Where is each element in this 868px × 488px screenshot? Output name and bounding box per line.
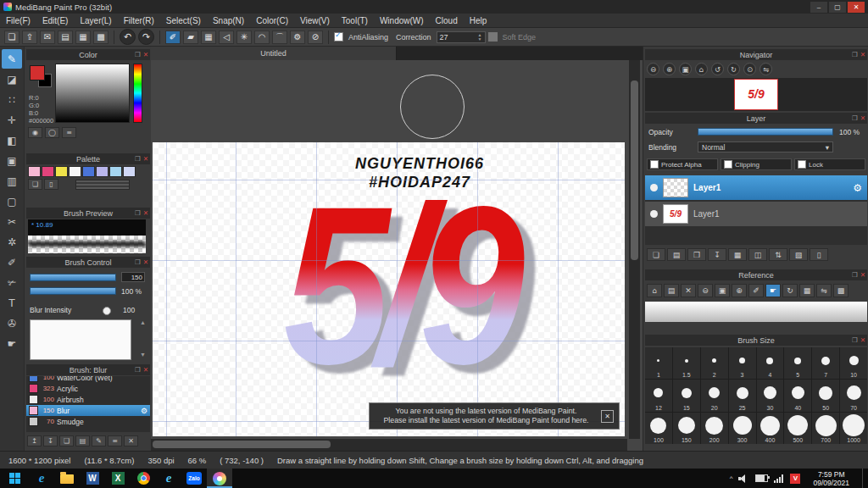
start-button[interactable] [0, 469, 29, 488]
spinner-icons[interactable]: ▲ ▼ [478, 33, 482, 42]
layer-settings-icon[interactable]: ⚙ [853, 182, 862, 194]
protect-alpha-checkbox[interactable] [650, 160, 659, 169]
brush-size-cell[interactable]: 12 [645, 380, 672, 411]
tab-untitled[interactable]: Untitled [151, 47, 397, 60]
snap-settings-icon[interactable]: ⚙ [290, 30, 305, 44]
soft-edge-checkbox[interactable] [488, 32, 498, 42]
ref-eyedropper-icon[interactable]: ✐ [748, 284, 764, 297]
palette-swatch[interactable] [109, 166, 122, 177]
vertical-scrollbar-thumb[interactable] [631, 80, 638, 260]
lock-checkbox[interactable] [798, 160, 806, 169]
brush-size-cell[interactable]: 2 [701, 347, 728, 379]
brush-size-cell[interactable]: 4 [757, 347, 784, 379]
palette-icon[interactable]: ▤ [58, 30, 73, 44]
brush-size-cell[interactable]: 400 [757, 413, 784, 444]
brush-list-item[interactable]: 70Smudge [26, 416, 150, 427]
scroll-down-icon[interactable]: ▼ [140, 352, 146, 358]
notice-line2[interactable]: Please install the latest version of Med… [375, 416, 598, 425]
ref-close-icon[interactable]: ✕ [681, 284, 696, 297]
delete-brush-icon[interactable]: ✕ [124, 435, 138, 446]
redo-icon[interactable]: ↷ [138, 29, 154, 45]
palette-swatch[interactable] [28, 166, 41, 177]
snap-grid-icon[interactable]: ▦ [201, 30, 216, 44]
brush-size-cell[interactable]: 1 [645, 347, 672, 379]
explorer-taskbar-icon[interactable] [54, 469, 80, 488]
show-desktop-button[interactable] [862, 469, 866, 488]
popout-icon[interactable]: ❐ [135, 258, 141, 266]
ref-fit-icon[interactable]: ▣ [715, 284, 730, 297]
menu-filterr[interactable]: Filter(R) [118, 14, 160, 27]
layer-visibility-icon[interactable] [650, 184, 658, 191]
clipping-checkbox[interactable] [724, 160, 732, 169]
canvas[interactable]: NGUYENTHOI66 #HOIDAP247 5/9 5/9 [153, 142, 625, 436]
horizontal-scrollbar-thumb[interactable] [153, 441, 331, 448]
brush-menu-icon[interactable]: ≡ [108, 435, 122, 446]
close-icon[interactable]: ✕ [143, 258, 148, 266]
snap-angle-icon[interactable]: ◁ [219, 30, 234, 44]
close-button[interactable]: ✕ [848, 2, 865, 13]
lasso-tool[interactable]: ✂ [2, 212, 22, 231]
brush-size-cell[interactable]: 7 [812, 347, 839, 379]
protect-alpha-toggle[interactable]: Protect Alpha [647, 158, 718, 170]
menu-layerl[interactable]: Layer(L) [74, 14, 117, 27]
snap-radial-icon[interactable]: ✳ [236, 30, 252, 44]
blur-intensity-knob[interactable] [103, 307, 111, 315]
antialiasing-checkbox[interactable]: ✓ [334, 32, 343, 42]
battery-icon[interactable] [755, 474, 768, 482]
menu-windoww[interactable]: Window(W) [374, 14, 430, 27]
ref-rotate-icon[interactable]: ↻ [782, 284, 798, 297]
brush-size-cell[interactable]: 200 [701, 413, 728, 444]
popout-icon[interactable]: ❐ [135, 209, 141, 217]
close-icon[interactable]: ✕ [143, 51, 148, 58]
zalo-taskbar-icon[interactable]: Zalo [181, 469, 207, 488]
hand-tool[interactable]: ☛ [2, 334, 22, 353]
close-icon[interactable]: ✕ [143, 155, 148, 163]
layer-mask-icon[interactable]: ◫ [748, 248, 767, 261]
brush-size-cell[interactable]: 500 [784, 413, 811, 444]
ref-zoom-out-icon[interactable]: ⊖ [698, 284, 713, 297]
medibang-taskbar-icon[interactable] [207, 469, 232, 488]
brush-settings-icon[interactable]: ⚙ [141, 407, 147, 415]
snap-circle-icon[interactable]: ◠ [254, 30, 270, 44]
edit-brush-icon[interactable]: ✎ [92, 435, 106, 446]
close-icon[interactable]: ✕ [860, 336, 865, 344]
brush-size-slider[interactable] [30, 274, 116, 281]
ie-taskbar-icon[interactable]: e [156, 469, 181, 488]
lock-toggle[interactable]: Lock [794, 158, 865, 170]
palette-swatch[interactable] [42, 166, 54, 177]
menu-cloud[interactable]: Cloud [430, 14, 464, 27]
bucket-tool[interactable]: ▣ [2, 151, 22, 170]
ref-flip-icon[interactable]: ⇋ [816, 284, 832, 297]
move-tool[interactable]: ✛ [2, 110, 22, 130]
new-folder-icon[interactable]: ▤ [667, 248, 686, 261]
delete-color-icon[interactable]: ▯ [44, 179, 58, 190]
palette-swatch[interactable] [55, 166, 68, 177]
minimize-button[interactable]: – [810, 2, 827, 13]
fill-tool[interactable]: ◧ [2, 130, 22, 150]
brush-size-cell[interactable]: 5 [784, 347, 811, 379]
rotate-left-icon[interactable]: ↺ [711, 63, 724, 75]
snap-pen-icon[interactable]: ✐ [165, 30, 181, 44]
brush-size-cell[interactable]: 30 [757, 380, 784, 411]
spin-down-icon[interactable]: ▼ [478, 37, 482, 42]
delete-layer-icon[interactable]: ▯ [810, 248, 828, 261]
snap-curve-icon[interactable]: ⌒ [272, 30, 287, 44]
brush-size-cell[interactable]: 1000 [840, 413, 867, 444]
new-layer-icon[interactable]: ❏ [647, 248, 665, 261]
window-icon[interactable]: ❏ [4, 30, 19, 44]
material-icon[interactable]: ▩ [93, 30, 108, 44]
dot-tool[interactable]: ∷ [2, 90, 22, 109]
brush-tool[interactable]: ✎ [2, 49, 22, 69]
palette-swatch[interactable] [123, 166, 136, 177]
layer-visibility-icon[interactable] [650, 210, 658, 218]
foreground-color-icon[interactable]: ◉ [28, 127, 42, 138]
brush-size-cell[interactable]: 10 [840, 347, 867, 379]
menu-colorc[interactable]: Color(C) [250, 14, 294, 27]
menu-snapn[interactable]: Snap(N) [207, 14, 250, 27]
blending-dropdown[interactable]: Normal ▾ [698, 141, 833, 152]
menu-viewv[interactable]: View(V) [294, 14, 336, 27]
popout-icon[interactable]: ❐ [135, 51, 141, 58]
brush-size-cell[interactable]: 700 [812, 413, 839, 444]
rasterize-icon[interactable]: ▦ [728, 248, 747, 261]
menu-toolt[interactable]: Tool(T) [336, 14, 374, 27]
